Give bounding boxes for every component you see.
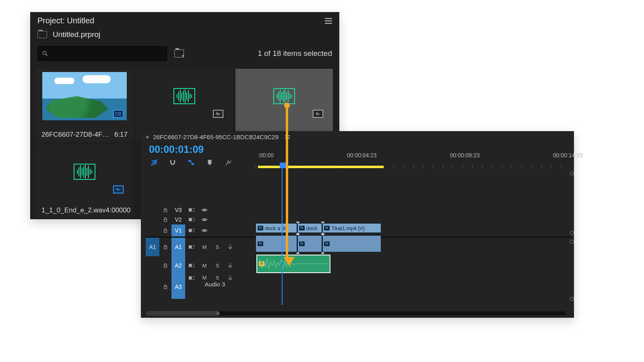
video-clip[interactable]: fxdock a itl [256, 223, 297, 233]
in-out-range[interactable] [258, 166, 384, 168]
zoom-handle-right[interactable] [216, 311, 220, 315]
voiceover-icon[interactable] [224, 275, 237, 281]
eye-icon[interactable] [198, 205, 211, 215]
lock-icon[interactable] [159, 205, 171, 215]
fx-badge-icon: fx [299, 226, 305, 230]
src-patch[interactable] [146, 205, 159, 215]
waveform-icon [173, 88, 195, 104]
audio-clip[interactable]: fx [256, 255, 330, 273]
track-target[interactable]: V1 [171, 224, 185, 237]
svg-rect-6 [164, 210, 167, 212]
audio-clip-linked[interactable]: fx [322, 235, 381, 252]
wrench-icon[interactable] [224, 158, 233, 167]
clip-canvas[interactable]: fxdock a itl fxdock fxTikal1.mp4 [V] fx … [256, 223, 565, 307]
fx-badge-icon: fx [299, 241, 305, 246]
fx-badge-icon: fx [258, 241, 263, 246]
src-patch[interactable] [146, 224, 159, 237]
track-target[interactable]: A3 [171, 275, 185, 299]
lock-icon[interactable] [159, 238, 171, 256]
zoom-ring-icon[interactable] [570, 297, 574, 301]
close-sequence-icon[interactable]: × [146, 134, 149, 140]
mute-button[interactable]: M [198, 238, 211, 256]
svg-rect-8 [189, 209, 192, 212]
search-icon [42, 50, 48, 57]
sync-lock-icon[interactable] [185, 224, 198, 237]
mute-button[interactable]: M [198, 256, 211, 275]
asset-duration: 6:17 [114, 131, 128, 140]
project-panel-title: Project: Untitled [37, 16, 94, 25]
edit-point-icon[interactable] [297, 222, 298, 234]
track-v3: V3 [146, 205, 571, 215]
eye-icon[interactable] [198, 224, 211, 237]
nest-icon[interactable] [150, 158, 159, 167]
solo-button[interactable]: S [211, 256, 224, 275]
audio-clip-linked[interactable]: fx [256, 235, 297, 252]
asset-tile[interactable]: 26FC6607-27D8-4F… 6:17 [36, 69, 133, 142]
selection-count: 1 of 18 items selected [258, 49, 332, 58]
src-patch[interactable] [146, 256, 159, 275]
lock-icon[interactable] [159, 215, 171, 224]
zoom-ring-icon[interactable] [570, 171, 574, 175]
fx-badge-icon: fx [324, 226, 330, 230]
linked-selection-icon[interactable] [187, 158, 196, 167]
asset-tile[interactable]: 1_1_0_End_e_2.wav 4:00000 [36, 144, 133, 218]
panel-menu-icon[interactable] [325, 18, 332, 24]
sync-lock-icon[interactable] [185, 238, 198, 256]
audio-clip-linked[interactable]: fx [297, 235, 322, 252]
timeline-menu-icon[interactable] [285, 134, 290, 140]
edit-point-icon[interactable] [297, 234, 298, 253]
parent-bin-icon[interactable] [37, 31, 47, 38]
sync-lock-icon[interactable] [185, 215, 198, 224]
src-patch[interactable] [146, 275, 159, 299]
playhead-scrubber[interactable] [280, 162, 287, 168]
voiceover-icon[interactable] [224, 238, 237, 256]
clip-waveform [258, 257, 328, 271]
video-badge-icon [113, 110, 124, 118]
eye-icon[interactable] [198, 215, 211, 224]
edit-point-icon[interactable] [322, 222, 323, 234]
mute-button[interactable]: M [198, 275, 211, 281]
svg-rect-16 [189, 229, 192, 232]
sync-lock-icon[interactable] [185, 256, 198, 275]
asset-duration: 4:00000 [106, 206, 130, 215]
video-clip[interactable]: fxTikal1.mp4 [V] [322, 223, 381, 233]
time-ruler[interactable]: :00:00 00:00:04:23 00:00:09:23 00:00:14:… [256, 152, 571, 169]
playhead[interactable] [282, 162, 283, 305]
track-target[interactable]: A2 [171, 256, 185, 275]
lock-icon[interactable] [159, 256, 171, 275]
zoom-ring-icon[interactable] [570, 240, 574, 244]
voiceover-icon[interactable] [224, 256, 237, 275]
lock-icon[interactable] [159, 275, 171, 299]
ruler-label: 00:00:14:23 [553, 152, 583, 158]
track-target[interactable]: V3 [171, 205, 185, 215]
horizontal-scrollbar[interactable] [147, 311, 566, 315]
sync-lock-icon[interactable] [185, 205, 198, 215]
ruler-label: :00:00 [258, 152, 274, 158]
track-target[interactable]: A1 [171, 238, 185, 256]
svg-rect-28 [189, 276, 192, 279]
solo-button[interactable]: S [211, 275, 224, 281]
sequence-tab[interactable]: 26FC6607-27D8-4F65-95CC-1BDCB24C9C29 [153, 134, 279, 140]
svg-point-9 [204, 209, 205, 211]
video-clip[interactable]: fxdock [297, 223, 322, 233]
scroll-thumb[interactable] [147, 311, 219, 316]
new-bin-icon[interactable] [174, 49, 184, 58]
track-target[interactable]: V2 [171, 215, 185, 224]
snap-icon[interactable] [168, 158, 177, 167]
sync-lock-icon[interactable] [185, 275, 198, 281]
waveform-icon [74, 164, 95, 180]
search-field[interactable] [51, 50, 163, 57]
svg-rect-22 [164, 265, 167, 267]
ruler-label: 00:00:04:23 [347, 152, 377, 158]
src-patch-a1[interactable]: A1 [146, 238, 159, 256]
edit-point-icon[interactable] [322, 234, 323, 253]
src-patch[interactable] [146, 215, 159, 224]
search-input[interactable] [37, 46, 167, 61]
solo-button[interactable]: S [211, 238, 224, 256]
lock-icon[interactable] [159, 224, 171, 237]
svg-point-0 [43, 51, 46, 55]
zoom-ring-icon[interactable] [570, 231, 574, 235]
marker-icon[interactable] [205, 158, 214, 167]
clip-label: Tikal1.mp4 [V] [331, 225, 365, 231]
audio-thumbnail [242, 72, 326, 120]
